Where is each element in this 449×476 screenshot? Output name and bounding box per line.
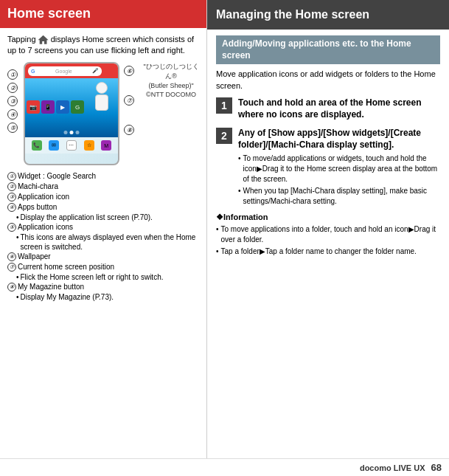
label-3: ③	[7, 96, 18, 106]
phone-wrapper: G Google 🎤	[24, 62, 119, 165]
step-1-content: Touch and hold an area of the Home scree…	[238, 97, 440, 123]
info-bullet-1: • To move applications into a folder, to…	[216, 224, 440, 245]
phone-mockup: G Google 🎤	[24, 62, 119, 165]
info-bullet-text-2: Tap a folder▶Tap a folder name to change…	[221, 246, 417, 257]
step-2-content: Any of [Show apps]/[Show widgets]/[Creat…	[238, 128, 440, 208]
left-header: Home screen	[0, 0, 206, 28]
app-icons-row: 📷 📱 ▶ G	[27, 100, 84, 114]
label-4: ④	[7, 109, 18, 120]
step-2: 2 Any of [Show apps]/[Show widgets]/[Cre…	[216, 128, 440, 208]
info-bullet-text-1: To move applications into a folder, touc…	[221, 224, 440, 245]
phone-top-bar: G Google 🎤	[25, 63, 118, 78]
right-content: Adding/Moving applications etc. to the H…	[207, 30, 449, 458]
step-2-bullet-text-1: To move/add applications or widgets, tou…	[243, 154, 440, 184]
butler-sheep-note: "ひつじのしつじくん®(Butler Sheep)"©NTT DOCOMO	[143, 62, 199, 99]
annotation-3: ③ Application icon	[7, 192, 199, 201]
machi-chara	[91, 82, 112, 115]
step-1-title: Touch and hold an area of the Home scree…	[238, 97, 440, 120]
right-column: Managing the Home screen Adding/Moving a…	[206, 0, 449, 458]
info-bullet-dot-2: •	[216, 246, 219, 257]
circle-2: ②	[7, 182, 16, 191]
annotation-text-7: Current home screen position	[18, 262, 199, 272]
circle-4: ④	[7, 203, 16, 212]
step-2-bullet-2: • When you tap [Machi-Chara display sett…	[238, 186, 440, 207]
annotation-text-3: Application icon	[18, 192, 199, 201]
app-icon-2: 📱	[41, 100, 55, 114]
label-2: ②	[7, 83, 18, 93]
sub-text-7: Flick the Home screen left or right to s…	[21, 272, 164, 282]
annotation-text-2: Machi-chara	[18, 182, 199, 191]
app-icon-4: G	[71, 100, 84, 114]
right-header: Managing the Home screen	[207, 0, 449, 30]
circle-5: ⑤	[7, 223, 16, 232]
circle-6: ⑥	[7, 252, 16, 261]
annotation-text-6: Wallpaper	[18, 252, 199, 261]
bullet-dot-1: •	[238, 154, 241, 184]
right-intro: Move application icons or add widgets or…	[216, 69, 440, 92]
left-column: Home screen Tapping displays Home screen…	[0, 0, 206, 458]
page-container: Home screen Tapping displays Home screen…	[0, 0, 449, 458]
bullet-dot-7: •	[16, 272, 19, 282]
phone-area: ① ② ③ ④ ⑤ G Google	[7, 62, 199, 165]
dock-icon-3: ☆	[84, 140, 94, 151]
annotation-8: ⑧ My Magazine button	[7, 282, 199, 292]
mic-icon: 🎤	[92, 68, 99, 74]
bullet-dot-5: •	[16, 232, 19, 252]
info-header: ❖Information	[216, 213, 440, 222]
bullet-dot-8: •	[16, 292, 19, 302]
dock-icon-1: 📞	[32, 140, 42, 151]
circle-7: ⑦	[7, 263, 16, 272]
annotation-6: ⑥ Wallpaper	[7, 252, 199, 261]
sub-8: • Display My Magazine (P.73).	[7, 292, 199, 302]
annotation-1: ① Widget : Google Search	[7, 171, 199, 181]
annotation-text-5: Application icons	[18, 222, 199, 232]
annotation-text-8: My Magazine button	[18, 282, 199, 292]
sub-text-8: Display My Magazine (P.73).	[21, 292, 114, 302]
annotations-list: ① Widget : Google Search ② Machi-chara ③…	[7, 171, 199, 302]
bullet-dot-4: •	[16, 213, 19, 222]
annotation-7: ⑦ Current home screen position	[7, 262, 199, 272]
app-icon-3: ▶	[56, 100, 69, 114]
step-2-bullet-text-2: When you tap [Machi-Chara display settin…	[243, 186, 440, 207]
label-1: ①	[7, 69, 18, 80]
label-7: ⑦	[124, 95, 134, 106]
annotation-4: ④ Apps button	[7, 202, 199, 212]
dot-active	[70, 131, 74, 134]
right-circle-labels: ⑥ ⑦ ⑧	[124, 66, 134, 138]
step-2-bullet-1: • To move/add applications or widgets, t…	[238, 154, 440, 184]
app-icon-1: 📷	[27, 100, 40, 114]
step-2-title: Any of [Show apps]/[Show widgets]/[Creat…	[238, 128, 440, 151]
sheep-head	[96, 82, 108, 94]
circle-3: ③	[7, 193, 16, 201]
dock-icon-2: ✉	[49, 140, 59, 151]
sub-7: • Flick the Home screen left or right to…	[7, 272, 199, 282]
left-circle-labels: ① ② ③ ④ ⑤	[7, 62, 18, 143]
annotation-text-4: Apps button	[18, 202, 199, 212]
info-section: ❖Information • To move applications into…	[216, 213, 440, 257]
home-icon	[38, 35, 49, 44]
footer: docomo LIVE UX 68	[0, 458, 449, 476]
label-8: ⑧	[124, 125, 134, 135]
annotation-5: ⑤ Application icons	[7, 222, 199, 232]
phone-wallpaper: 📷 📱 ▶ G	[25, 78, 118, 137]
bullet-dot-2: •	[238, 186, 241, 207]
label-6: ⑥	[124, 66, 134, 76]
dock-icon-4: M	[101, 140, 111, 151]
step-1: 1 Touch and hold an area of the Home scr…	[216, 97, 440, 123]
sub-4: • Display the application list screen (P…	[7, 213, 199, 222]
phone-dock: 📞 ✉ ⋯ ☆ M	[25, 137, 118, 154]
left-intro: Tapping displays Home screen which consi…	[7, 34, 199, 57]
sub-text-4: Display the application list screen (P.7…	[21, 213, 153, 222]
info-bullet-2: • Tap a folder▶Tap a folder name to chan…	[216, 246, 440, 257]
footer-brand: docomo LIVE UX	[360, 463, 425, 472]
annotation-text-1: Widget : Google Search	[18, 171, 199, 181]
google-search-bar: G Google 🎤	[28, 66, 102, 76]
sub-text-5: This icons are always displayed even whe…	[21, 232, 199, 252]
circle-1: ①	[7, 172, 16, 181]
dot	[64, 131, 68, 134]
circle-8: ⑧	[7, 283, 16, 292]
info-bullet-dot-1: •	[216, 224, 219, 245]
sub-5: • This icons are always displayed even w…	[7, 232, 199, 252]
step-2-number: 2	[216, 128, 232, 144]
dot	[76, 131, 80, 134]
